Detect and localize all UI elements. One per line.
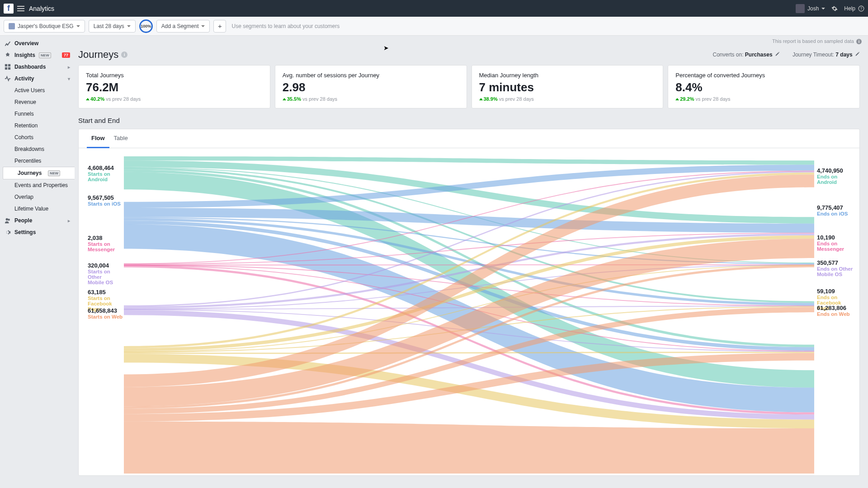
card-delta: 29.2% vs prev 28 days xyxy=(675,96,852,102)
node-label: Starts onMessenger xyxy=(88,241,115,252)
segment-hint: Use segments to learn about your custome… xyxy=(231,23,340,29)
node-count: 4,608,464 xyxy=(88,164,114,171)
app-icon xyxy=(9,23,15,29)
section-title: Start and End xyxy=(75,108,863,129)
svg-point-7 xyxy=(8,219,9,221)
chevron-right-icon: ▸ xyxy=(68,218,70,223)
sidebar-item-label: Activity xyxy=(14,75,34,82)
hamburger-menu-icon[interactable] xyxy=(17,6,24,11)
people-icon xyxy=(5,217,11,224)
add-segment-button[interactable]: Add a Segment xyxy=(156,20,210,33)
converts-label: Converts on: xyxy=(712,52,743,58)
sankey-svg xyxy=(124,156,814,474)
sankey-source-node[interactable]: 320,004 Starts on OtherMobile OS xyxy=(88,262,124,285)
journey-timeout[interactable]: Journey Timeout: 7 days xyxy=(793,52,860,58)
info-icon[interactable]: i xyxy=(856,39,862,44)
svg-rect-2 xyxy=(5,64,7,66)
sample-percent-indicator[interactable]: 100% xyxy=(139,19,153,33)
node-count: 350,577 xyxy=(817,259,853,266)
date-range-selector[interactable]: Last 28 days xyxy=(89,20,136,33)
node-count: 63,185 xyxy=(88,289,124,296)
sankey-target-node[interactable]: 350,577 Ends on OtherMobile OS xyxy=(817,259,853,277)
svg-text:?: ? xyxy=(860,6,863,10)
card-delta: 38.9% vs prev 28 days xyxy=(479,96,656,102)
sidebar-item-lifetime-value[interactable]: Lifetime Value xyxy=(0,203,75,215)
card-value: 76.2M xyxy=(86,80,263,94)
pulse-icon xyxy=(5,75,11,82)
sidebar-item-label: Events and Properties xyxy=(14,182,68,188)
sankey-source-node[interactable]: 4,608,464 Starts onAndroid xyxy=(88,164,114,182)
sidebar-item-overlap[interactable]: Overlap xyxy=(0,191,75,203)
sankey-target-node[interactable]: 4,740,950 Ends onAndroid xyxy=(817,167,843,185)
sidebar-item-people[interactable]: People ▸ xyxy=(0,215,75,226)
app-selector[interactable]: Jasper's Boutique ESG xyxy=(4,20,85,33)
gear-icon xyxy=(5,229,11,235)
timeout-value: 7 days xyxy=(835,52,852,58)
sankey-chart: 4,608,464 Starts onAndroid9,567,505 Star… xyxy=(79,148,859,475)
user-menu[interactable]: Josh xyxy=(796,4,825,13)
node-count: 2,038 xyxy=(88,235,115,241)
summary-cards: Total Journeys 76.2M 40.2% vs prev 28 da… xyxy=(75,65,863,108)
sidebar-item-events[interactable]: Events and Properties xyxy=(0,179,75,191)
sidebar-item-label: People xyxy=(14,217,32,224)
card-value: 7 minutes xyxy=(479,80,656,94)
sidebar-item-funnels[interactable]: Funnels xyxy=(0,108,75,120)
sidebar-item-cohorts[interactable]: Cohorts xyxy=(0,131,75,143)
node-label: Starts on OtherMobile OS xyxy=(88,269,124,285)
summary-card[interactable]: Avg. number of sessions per Journey 2.98… xyxy=(275,65,467,108)
sidebar-item-overview[interactable]: Overview xyxy=(0,38,75,49)
lightbulb-icon xyxy=(5,52,11,58)
summary-card[interactable]: Median Journey length 7 minutes 38.9% vs… xyxy=(472,65,664,108)
sankey-target-node[interactable]: 61,283,806 Ends on Web xyxy=(817,305,850,317)
help-button[interactable]: Help ? xyxy=(844,5,864,12)
sidebar-item-breakdowns[interactable]: Breakdowns xyxy=(0,143,75,155)
caret-down-icon xyxy=(127,25,131,27)
date-range-label: Last 28 days xyxy=(94,23,124,29)
facebook-logo-icon[interactable]: f xyxy=(4,4,14,14)
node-count: 10,190 xyxy=(817,234,844,241)
new-badge: NEW xyxy=(39,52,51,58)
svg-rect-3 xyxy=(8,64,10,66)
summary-card[interactable]: Total Journeys 76.2M 40.2% vs prev 28 da… xyxy=(78,65,270,108)
sampled-notice: This report is based on sampled data i xyxy=(75,36,863,46)
info-icon[interactable]: i xyxy=(121,52,127,58)
summary-card[interactable]: Percentage of converted Journeys 8.4% 29… xyxy=(668,65,860,108)
sankey-target-node[interactable]: 10,190 Ends onMessenger xyxy=(817,234,844,252)
converts-on[interactable]: Converts on: Purchases xyxy=(712,52,779,58)
tab-flow[interactable]: Flow xyxy=(87,129,109,148)
sidebar-item-revenue[interactable]: Revenue xyxy=(0,96,75,108)
sidebar-item-label: Overview xyxy=(14,40,38,47)
count-badge: 77 xyxy=(62,52,70,58)
sankey-source-node[interactable]: 2,038 Starts onMessenger xyxy=(88,235,115,252)
sidebar-item-label: Breakdowns xyxy=(14,146,44,152)
sidebar-item-label: Insights xyxy=(14,52,35,58)
sidebar-item-insights[interactable]: Insights NEW 77 xyxy=(0,49,75,61)
node-label: Ends on iOS xyxy=(817,211,848,216)
sample-percent-value: 100% xyxy=(141,24,151,28)
card-value: 2.98 xyxy=(283,80,459,94)
card-label: Median Journey length xyxy=(479,72,656,79)
sidebar-item-settings[interactable]: Settings xyxy=(0,226,75,238)
card-value: 8.4% xyxy=(675,80,852,94)
sidebar-item-percentiles[interactable]: Percentiles xyxy=(0,155,75,167)
node-count: 4,740,950 xyxy=(817,167,843,174)
node-count: 59,109 xyxy=(817,288,855,295)
card-label: Total Journeys xyxy=(86,72,263,79)
sidebar-item-journeys[interactable]: Journeys NEW xyxy=(3,167,75,179)
sankey-target-node[interactable]: 9,775,407 Ends on iOS xyxy=(817,204,848,216)
tab-table[interactable]: Table xyxy=(109,129,132,148)
filter-bar: Jasper's Boutique ESG Last 28 days 100% … xyxy=(0,17,868,36)
topbar: f Analytics Josh Help ? xyxy=(0,0,868,17)
settings-gear-button[interactable] xyxy=(831,5,838,12)
sidebar-item-active-users[interactable]: Active Users xyxy=(0,84,75,96)
gear-icon xyxy=(831,5,838,12)
sidebar-item-dashboards[interactable]: Dashboards ▸ xyxy=(0,61,75,73)
sankey-source-node[interactable]: 61,658,843 Starts on Web xyxy=(88,307,123,319)
node-label: Ends on Web xyxy=(817,311,850,317)
card-label: Percentage of converted Journeys xyxy=(675,72,852,79)
sidebar-item-activity[interactable]: Activity ▾ xyxy=(0,73,75,84)
add-filter-button[interactable]: + xyxy=(213,20,226,33)
sidebar-item-retention[interactable]: Retention xyxy=(0,120,75,131)
sankey-source-node[interactable]: 9,567,505 Starts on iOS xyxy=(88,194,121,206)
page-title: Journeys i xyxy=(78,49,712,61)
